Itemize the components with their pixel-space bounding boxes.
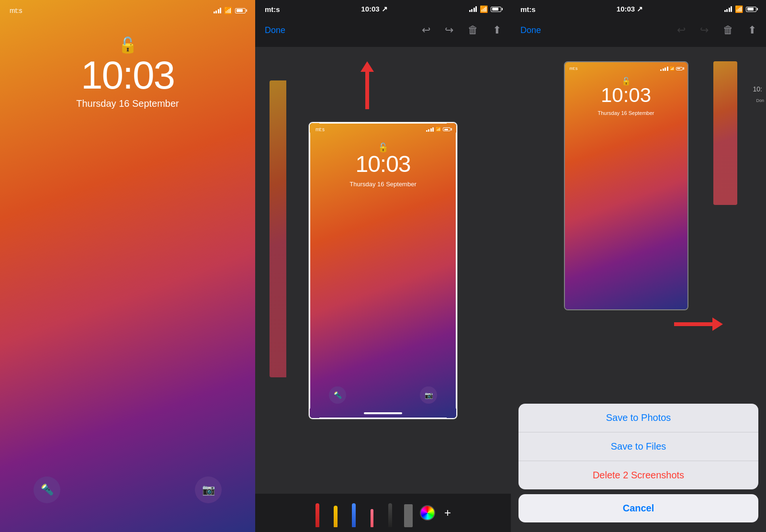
panel3-preview-time: 10:03 [601,84,651,107]
add-tool-button[interactable]: + [440,505,455,521]
camera-button[interactable]: 📷 [195,476,222,503]
pen-tool-dark[interactable] [383,498,397,527]
crop-handle-right[interactable] [456,133,457,408]
signal-icon [724,6,732,12]
panel3-content-area: mt:s 📶 🔓 10:03 Thursday 16 September [511,47,766,532]
panel3-red-arrow [674,317,723,331]
battery-icon [235,8,246,13]
pen-tool-blue[interactable] [347,498,360,527]
crop-handle-top[interactable] [319,122,447,124]
screenshot-editor-panel: mt:s 10:03 ↗ 📶 Done ↩ ↪ 🗑 ⬆ [255,0,511,532]
action-sheet: Save to Photos Save to Files Delete 2 Sc… [511,404,766,532]
torch-icon: 🔦 [334,391,342,399]
undo-icon[interactable]: ↩ [422,24,430,36]
pen-tool-yellow[interactable] [329,498,342,527]
action-sheet-group: Save to Photos Save to Files Delete 2 Sc… [518,404,758,489]
share-icon[interactable]: ⬆ [748,24,756,36]
arrow-head [360,61,374,72]
crop-handle-bottom[interactable] [319,418,447,419]
wifi-icon: 📶 [436,127,441,132]
wifi-icon: 📶 [735,5,743,13]
lock-icon: 🔓 [118,36,137,54]
wifi-icon: 📶 [480,5,488,13]
editor-time: 10:03 ↗ [361,5,388,13]
pen-tool-pink[interactable] [365,498,379,527]
trash-icon[interactable]: 🗑 [468,24,478,36]
camera-icon: 📷 [425,391,433,399]
delete-screenshots-button[interactable]: Delete 2 Screenshots [518,461,758,489]
panel3-carrier: mt:s [520,5,536,13]
save-to-photos-button[interactable]: Save to Photos [518,404,758,432]
editor-status-bar: mt:s 10:03 ↗ 📶 [255,0,511,13]
torch-icon: 🔦 [41,484,54,496]
preview-bottom-icons: 🔦 📷 [310,386,456,404]
arrow-shaft [365,71,369,109]
signal-icon [214,8,222,13]
signal-icon [426,127,434,132]
status-indicators: 📶 [214,7,246,14]
preview-status-bar: mt:s 📶 [310,127,456,132]
panel3-preview-date: Thursday 16 September [597,110,654,116]
lockscreen-bottom-icons: 🔦 📷 [0,476,255,503]
home-indicator [364,412,402,414]
battery-icon [491,7,501,12]
lockscreen-panel: mt:s 📶 🔓 10:03 Thursday 16 September 🔦 📷 [0,0,255,532]
editor-toolbar: Done ↩ ↪ 🗑 ⬆ [255,13,511,47]
save-to-files-button[interactable]: Save to Files [518,432,758,461]
editor-carrier: mt:s [265,5,280,13]
crop-handle-left[interactable] [309,133,310,408]
preview-carrier: mt:s [570,66,578,71]
right-screenshot-strip [713,61,737,205]
battery-icon [443,127,451,131]
arrow-shaft [674,322,712,326]
color-picker[interactable] [420,505,435,521]
share-menu-panel: mt:s 10:03 ↗ 📶 Done ↩ ↪ 🗑 ⬆ [511,0,766,532]
screenshot-preview[interactable]: mt:s 📶 🔓 10:03 Thursday 16 Se [309,122,457,419]
wifi-icon: 📶 [670,67,675,71]
preview-camera-button: 📷 [420,386,437,404]
red-arrow-indicator [360,61,374,109]
editor-content-area: mt:s 📶 🔓 10:03 Thursday 16 Se [255,47,511,494]
preview-torch-button: 🔦 [329,386,346,404]
undo-icon[interactable]: ↩ [677,24,686,36]
share-icon[interactable]: ⬆ [493,24,501,36]
lock-time: 10:03 [81,53,174,98]
redo-icon[interactable]: ↪ [445,24,453,36]
carrier-label: mt:s [10,7,22,14]
panel3-time: 10:03 ↗ [617,5,643,13]
partial-done-edge: Don [756,98,764,103]
toolbar-actions: ↩ ↪ 🗑 ⬆ [422,24,501,36]
preview-date: Thursday 16 September [349,181,416,188]
battery-icon [676,67,683,70]
torch-button[interactable]: 🔦 [34,476,60,503]
ruler-tool[interactable] [402,498,415,527]
left-screenshot-strip [270,80,286,377]
camera-icon: 📷 [202,484,215,496]
signal-icon [469,6,477,12]
panel3-preview-status: mt:s 📶 [565,66,687,71]
redo-icon[interactable]: ↪ [700,24,709,36]
cancel-button[interactable]: Cancel [518,494,758,522]
trash-icon[interactable]: 🗑 [723,24,733,36]
drawing-tools-bar: + [255,494,511,532]
wifi-icon: 📶 [224,7,232,14]
action-sheet-cancel: Cancel [518,494,758,522]
lock-date: Thursday 16 September [76,98,179,109]
panel3-screenshot-preview: mt:s 📶 🔓 10:03 Thursday 16 September [564,61,688,310]
editor-status-indicators: 📶 [469,5,502,13]
pen-tool-red[interactable] [311,498,324,527]
battery-icon [746,7,756,12]
panel3-status-indicators: 📶 [724,5,757,13]
panel3-toolbar: Done ↩ ↪ 🗑 ⬆ [511,13,766,47]
preview-carrier: mt:s [315,127,325,132]
panel3-status-bar: mt:s 10:03 ↗ 📶 [511,0,766,13]
status-bar: mt:s 📶 [0,7,255,14]
panel3-done-button[interactable]: Done [520,25,541,35]
arrow-head [712,317,723,331]
done-button[interactable]: Done [265,25,285,35]
partial-time-edge: 10: [753,85,762,93]
panel3-toolbar-actions: ↩ ↪ 🗑 ⬆ [677,24,756,36]
preview-time: 10:03 [355,151,410,177]
signal-icon [660,67,668,71]
